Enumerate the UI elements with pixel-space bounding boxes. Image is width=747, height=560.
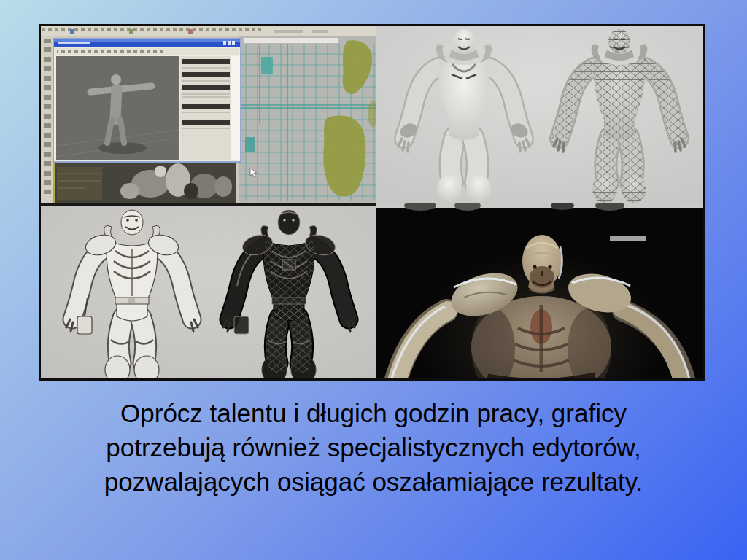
collage-image bbox=[39, 24, 705, 381]
caption-line-2: potrzebują również specjalistycznych edy… bbox=[0, 430, 747, 464]
editor-side-toolbar bbox=[41, 36, 55, 203]
floating-window bbox=[53, 39, 241, 162]
caption-line-1: Oprócz talentu i długich godzin pracy, g… bbox=[0, 396, 747, 430]
properties-panel bbox=[180, 56, 231, 160]
window-title bbox=[58, 42, 90, 44]
caption-line-3: pozwalających osiągać oszałamiające rezu… bbox=[0, 464, 747, 499]
panel-armored-models bbox=[41, 203, 376, 378]
uv-texture-panel bbox=[239, 36, 376, 203]
panel-3d-editor-screenshot bbox=[41, 26, 376, 203]
editor-graphic bbox=[41, 26, 376, 203]
uv-ruler bbox=[244, 38, 338, 43]
model-backdrop bbox=[376, 26, 703, 203]
editor-toolbar bbox=[41, 26, 376, 36]
caption: Oprócz talentu i długich godzin pracy, g… bbox=[0, 396, 747, 499]
uv-island-bottom bbox=[323, 116, 365, 197]
hip-pouch bbox=[77, 316, 92, 334]
toolbar-icons bbox=[42, 28, 261, 34]
armored-models-graphic bbox=[41, 203, 376, 378]
panel-final-render bbox=[376, 203, 703, 378]
viewport-scene bbox=[53, 163, 236, 203]
viewport-3d bbox=[56, 56, 179, 160]
sculpt-backdrop bbox=[41, 203, 376, 378]
window-controls bbox=[223, 41, 235, 45]
panel-smooth-and-wireframe-models bbox=[376, 26, 703, 203]
gray-models-graphic bbox=[376, 26, 703, 203]
presentation-slide: Oprócz talentu i długich godzin pracy, g… bbox=[0, 0, 747, 560]
watermark-label bbox=[610, 236, 646, 241]
final-render-graphic bbox=[376, 203, 703, 378]
